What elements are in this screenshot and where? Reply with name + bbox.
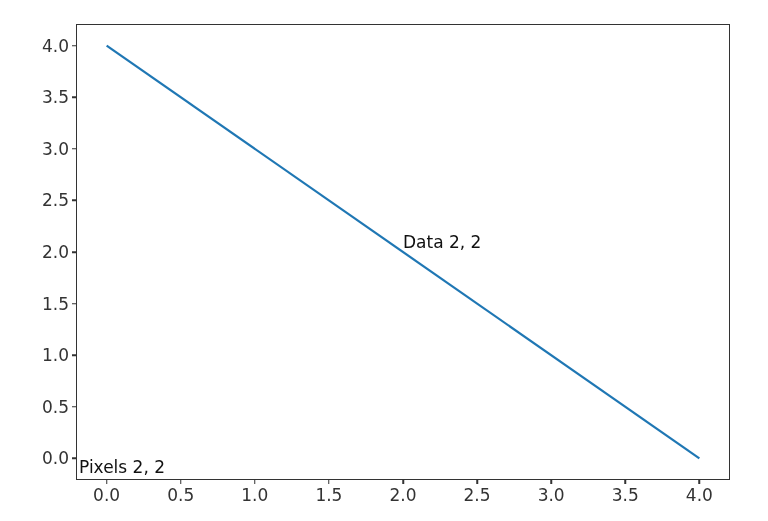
xtick-mark [402,479,404,484]
xtick-mark [476,479,478,484]
ytick-mark [72,148,77,150]
xtick-mark [106,479,108,484]
ytick-mark [72,200,77,202]
ytick-mark [72,96,77,98]
xtick-mark [699,479,701,484]
chart-line [77,25,729,479]
ytick-mark [72,303,77,305]
ytick-mark [72,45,77,47]
xtick-mark [550,479,552,484]
ytick-mark [72,251,77,253]
annotation-data: Data 2, 2 [403,232,481,252]
xtick-mark [328,479,330,484]
annotation-pixels: Pixels 2, 2 [79,457,165,477]
xtick-mark [254,479,256,484]
chart-axes: 0.00.51.01.52.02.53.03.54.00.00.51.01.52… [76,24,730,480]
xtick-mark [625,479,627,484]
ytick-mark [72,458,77,460]
ytick-mark [72,354,77,356]
xtick-mark [180,479,182,484]
data-line [107,46,700,459]
chart-figure: 0.00.51.01.52.02.53.03.54.00.00.51.01.52… [0,0,768,521]
ytick-mark [72,406,77,408]
